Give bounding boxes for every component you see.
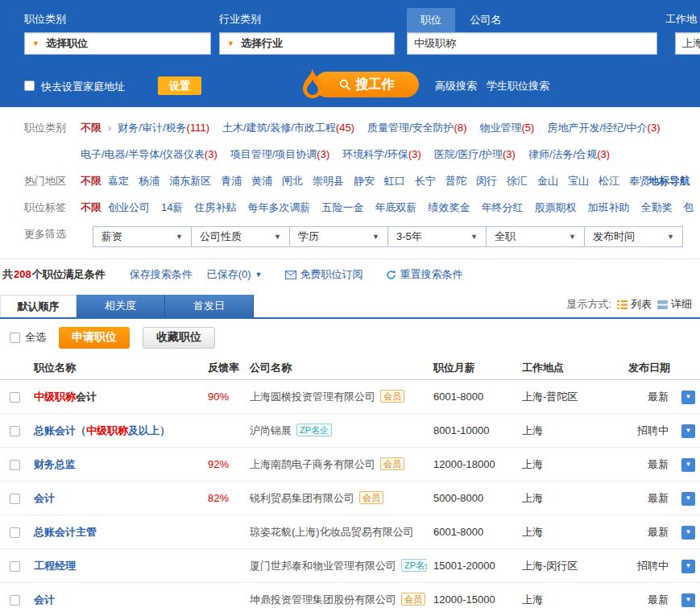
job-category-link[interactable]: 财务/审计/税务(111) [118, 122, 209, 134]
hot-area-link[interactable]: 宝山 [568, 175, 589, 187]
job-category-link[interactable]: 电子/电器/半导体/仪器仪表(3) [81, 148, 217, 160]
job-tag-link[interactable]: 加班补助 [587, 201, 629, 213]
filter-select[interactable]: 全职▼ [486, 226, 585, 247]
job-title-link[interactable]: 会计 [34, 593, 55, 606]
home-address-checkbox[interactable] [24, 81, 35, 91]
company-name-link[interactable]: 坤鼎投资管理集团股份有限公司 [250, 593, 396, 606]
row-checkbox[interactable] [10, 561, 20, 572]
row-dropdown-button[interactable]: ▼ [681, 526, 695, 540]
display-list-option[interactable]: 列表 [617, 297, 652, 312]
advanced-search-link[interactable]: 高级搜索 [435, 79, 477, 93]
row-dropdown-button[interactable]: ▼ [681, 560, 695, 573]
hot-area-link[interactable]: 浦东新区 [169, 175, 211, 187]
sort-tab-0[interactable]: 默认顺序 [0, 295, 77, 317]
reset-search-link[interactable]: 重置搜索条件 [386, 267, 463, 282]
job-tag-link[interactable]: 年终分红 [481, 201, 523, 213]
hot-area-link[interactable]: 徐汇 [507, 175, 528, 187]
filter-select[interactable]: 薪资▼ [93, 226, 192, 247]
save-search-link[interactable]: 保存搜索条件 [130, 267, 193, 282]
hot-area-link[interactable]: 崇明县 [313, 175, 344, 187]
row-dropdown-button[interactable]: ▼ [681, 593, 695, 607]
company-name-link[interactable]: 上海南鹊电子商务有限公司 [250, 458, 375, 470]
keyword-input[interactable] [407, 32, 657, 55]
job-title-link[interactable]: 中级职称会计 [34, 391, 97, 403]
job-tag-link[interactable]: 创业公司 [108, 201, 150, 213]
location-input[interactable] [675, 32, 700, 55]
company-name-link[interactable]: 厦门世邦泰和物业管理有限公司 [250, 560, 396, 572]
company-name-link[interactable]: 琼姿花貌(上海)化妆品贸易有限公司 [250, 526, 414, 538]
settings-button[interactable]: 设置 [158, 76, 201, 95]
hot-area-link[interactable]: 嘉定 [108, 175, 129, 187]
row-dropdown-button[interactable]: ▼ [681, 391, 695, 404]
hot-area-link[interactable]: 长宁 [415, 175, 436, 187]
filter-select[interactable]: 发布时间▼ [584, 226, 683, 247]
display-detail-option[interactable]: 详细 [657, 297, 692, 312]
hot-area-link[interactable]: 杨浦 [139, 175, 159, 187]
job-tag-link[interactable]: 五险一金 [321, 201, 363, 213]
hot-area-link[interactable]: 金山 [537, 175, 558, 187]
row-dropdown-button[interactable]: ▼ [681, 458, 695, 472]
job-category-link[interactable]: 物业管理(5) [479, 122, 534, 134]
hot-area-link[interactable]: 普陀 [445, 175, 466, 187]
job-category-link[interactable]: 项目管理/项目协调(3) [230, 148, 330, 160]
hot-area-link[interactable]: 松江 [599, 175, 619, 187]
job-tag-link[interactable]: 14薪 [161, 201, 183, 213]
job-tag-link[interactable]: 包 [683, 201, 694, 213]
hot-area-link[interactable]: 静安 [354, 175, 375, 187]
company-name-link[interactable]: 锐利贸易集团有限公司 [250, 492, 354, 504]
row-checkbox[interactable] [10, 494, 20, 504]
filter-select[interactable]: 学历▼ [289, 226, 388, 247]
job-tag-link[interactable]: 股票期权 [534, 201, 576, 213]
keyword-tab-company[interactable]: 公司名 [462, 8, 510, 32]
job-tag-link[interactable]: 全勤奖 [640, 201, 672, 213]
job-title-link[interactable]: 财务总监 [34, 458, 76, 470]
company-name-link[interactable]: 沪尚锦展 [250, 424, 292, 436]
job-title-cell: 工程经理 [27, 559, 197, 573]
row-checkbox[interactable] [10, 527, 20, 538]
hot-area-any[interactable]: 不限 [81, 175, 101, 187]
student-search-link[interactable]: 学生职位搜索 [487, 79, 549, 93]
job-category-link[interactable]: 土木/建筑/装修/市政工程(45) [222, 122, 354, 134]
job-select-dropdown[interactable]: ▼ 选择职位 [24, 32, 211, 55]
job-tag-link[interactable]: 绩效奖金 [428, 201, 470, 213]
job-category-link[interactable]: 环境科学/环保(3) [342, 148, 421, 160]
saved-searches-link[interactable]: 已保存(0)▼ [207, 267, 263, 282]
filter-select[interactable]: 3-5年▼ [387, 226, 487, 247]
sort-tab-1[interactable]: 相关度 [77, 295, 165, 317]
job-title-link[interactable]: 总账会计主管 [34, 526, 97, 538]
search-jobs-button[interactable]: 搜工作 [314, 72, 419, 97]
industry-select-dropdown[interactable]: ▼ 选择行业 [219, 32, 395, 55]
job-category-any[interactable]: 不限 [81, 122, 101, 134]
row-dropdown-button[interactable]: ▼ [681, 492, 695, 506]
job-category-link[interactable]: 房地产开发/经纪/中介(3) [547, 122, 660, 134]
job-tags-any[interactable]: 不限 [81, 201, 101, 213]
job-tag-link[interactable]: 每年多次调薪 [247, 201, 310, 213]
job-category-link[interactable]: 医院/医疗/护理(3) [434, 148, 516, 160]
hot-area-link[interactable]: 奉贤 [629, 175, 650, 187]
sort-tab-2[interactable]: 首发日 [165, 295, 254, 317]
company-name-link[interactable]: 上海圆横投资管理有限公司 [250, 391, 375, 403]
filter-select[interactable]: 公司性质▼ [191, 226, 290, 247]
apply-jobs-button[interactable]: 申请职位 [59, 327, 130, 349]
hot-area-link[interactable]: 闵行 [476, 175, 497, 187]
job-category-link[interactable]: 质量管理/安全防护(8) [367, 122, 467, 134]
row-dropdown-button[interactable]: ▼ [681, 424, 695, 438]
job-subscribe-link[interactable]: 免费职位订阅 [285, 267, 363, 282]
row-checkbox[interactable] [10, 392, 20, 403]
keyword-tab-position[interactable]: 职位 [407, 8, 455, 32]
hot-area-link[interactable]: 黄浦 [251, 175, 272, 187]
job-tag-link[interactable]: 住房补贴 [194, 201, 236, 213]
job-title-link[interactable]: 工程经理 [34, 560, 76, 572]
row-checkbox[interactable] [10, 426, 20, 436]
job-title-link[interactable]: 会计 [34, 492, 55, 504]
hot-area-link[interactable]: 青浦 [221, 175, 242, 187]
job-title-link[interactable]: 总账会计（中级职称及以上） [34, 424, 170, 436]
row-checkbox[interactable] [10, 595, 20, 606]
hot-area-link[interactable]: 虹口 [384, 175, 405, 187]
favorite-jobs-button[interactable]: 收藏职位 [143, 327, 215, 349]
row-checkbox[interactable] [10, 460, 20, 470]
job-tag-link[interactable]: 年底双薪 [375, 201, 416, 213]
select-all-checkbox[interactable] [10, 333, 20, 343]
hot-area-link[interactable]: 闸北 [282, 175, 303, 187]
job-category-link[interactable]: 律师/法务/合规(3) [528, 148, 610, 160]
